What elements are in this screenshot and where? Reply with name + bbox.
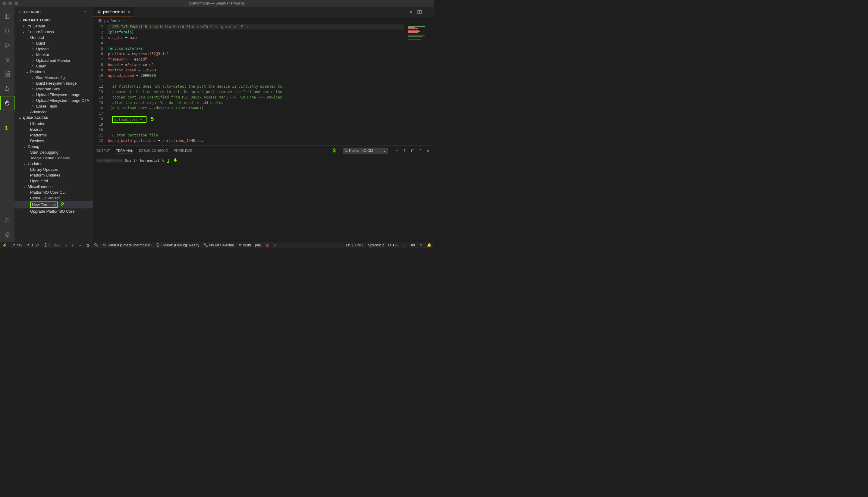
pio-monitor-icon[interactable]: 🔌 [94,243,99,247]
qa-debug[interactable]: ⌄Debug [14,144,93,150]
indentation[interactable]: Spaces: 2 [368,243,384,247]
qa-clone-git[interactable]: Clone Git Project [14,195,93,201]
eol[interactable]: LF [403,243,407,247]
git-sync[interactable]: ⟳0↓ 2↑ [27,243,40,247]
tree-clean[interactable]: ○Clean [14,63,93,69]
tree-upload-fs-ota[interactable]: ○Upload Filesystem Image OTA [14,98,93,103]
qa-boards[interactable]: Boards [14,127,93,132]
qa-lib-updates[interactable]: Library Updates [14,167,93,172]
settings-gear-icon[interactable] [0,227,14,242]
kill-terminal-icon[interactable] [410,148,415,153]
terminal-body[interactable]: user@machine Smart-Thermostat % 4 [93,155,434,242]
close-window[interactable] [2,1,6,5]
task-icon: ○ [30,98,35,103]
test-icon[interactable] [0,81,14,96]
tree-monitor[interactable]: ○Monitor [14,52,93,58]
target-all[interactable]: [all] [255,243,261,247]
panel-tab-terminal[interactable]: TERMINAL [116,147,133,154]
qa-upgrade-core[interactable]: Upgrade PlatformIO Core [14,209,93,214]
platformio-icon[interactable] [0,96,14,110]
tree-build-fs[interactable]: ○Build Filesystem Image [14,81,93,86]
qa-devices[interactable]: Devices [14,138,93,144]
tree-upload-fs[interactable]: ○Upload Filesystem Image [14,92,93,98]
section-label: QUICK ACCESS [23,116,48,119]
panel-tab-output[interactable]: OUTPUT [96,147,110,154]
cursor-position[interactable]: Ln 1, Col 1 [346,243,364,247]
search-icon[interactable] [0,24,14,38]
notifications-icon[interactable]: 🔔 [427,243,432,247]
pio-clean-icon[interactable]: 🗑 [86,243,90,247]
debug-target-icon[interactable]: 🐞 [265,243,269,247]
build-status[interactable]: ⚙Build [238,243,251,247]
tree-upload[interactable]: ○Upload [14,46,93,52]
quick-access-section[interactable]: ⌄ QUICK ACCESS [14,115,93,121]
tree-program-size[interactable]: ○Program Size [14,86,93,92]
pio-upload-icon[interactable]: → [78,243,82,247]
tree-build[interactable]: ○Build [14,40,93,46]
accounts-icon[interactable] [0,213,14,227]
compare-icon[interactable] [409,10,414,14]
maximize-window[interactable] [14,1,18,5]
qa-update-all[interactable]: Update All [14,178,93,184]
qa-libraries[interactable]: Libraries [14,121,93,127]
encoding[interactable]: UTF-8 [388,243,398,247]
task-icon: ○ [30,87,35,91]
tree-platform[interactable]: ⌄Platform [14,69,93,75]
minimap[interactable] [404,24,434,145]
tree-menuconfig[interactable]: ○Run Menuconfig [14,75,93,81]
qa-toggle-debug[interactable]: Toggle Debug Console [14,155,93,161]
tree-default[interactable]: ›🗀Default [14,23,93,29]
source-control-icon[interactable] [0,38,14,53]
split-terminal-icon[interactable] [402,148,407,153]
new-terminal-icon[interactable]: ＋ [394,148,399,153]
errors-warnings[interactable]: ⓧ0 ⚠0 [44,243,60,248]
split-editor-icon[interactable] [417,10,422,14]
qa-start-debug[interactable]: Start Debugging [14,150,93,155]
breadcrumb[interactable]: 👾 platformio.ini [93,17,434,24]
feedback-icon[interactable]: ☺ [419,243,423,247]
pio-build-icon[interactable]: ✓ [71,243,74,247]
extensions-icon[interactable] [0,67,14,81]
kit-status[interactable]: 🔧No Kit Selected [204,243,234,247]
window-controls[interactable] [2,1,18,5]
explorer-icon[interactable] [0,9,14,24]
run-icon[interactable]: ▷ [274,243,276,247]
tree-core2foraws[interactable]: ⌄🗀core2foraws [14,29,93,34]
remote-icon[interactable]: ⚡ [2,243,7,247]
sidebar-title: PLATFORMIO [19,10,41,14]
terminal-select[interactable]: 1: PlatformIO CLI ⌄ [343,147,388,154]
maximize-panel-icon[interactable]: ⌃ [418,148,422,153]
terminal-user-host: user@machine [96,158,123,163]
tab-platformio-ini[interactable]: 👾 platformio.ini ✕ [93,6,134,17]
qa-new-terminal[interactable]: New Terminal2 [14,201,93,209]
tree-advanced[interactable]: ›Advanced [14,109,93,115]
cmake-status[interactable]: ⓘCMake: [Debug]: Ready [156,243,199,248]
breadcrumb-file: platformio.ini [104,18,127,23]
qa-pio-core-cli[interactable]: PlatformIO Core CLI [14,189,93,195]
pio-env[interactable]: 🗀Default (Smart-Thermostat) [103,243,152,247]
tree-general[interactable]: ⌄General [14,34,93,40]
editor-content[interactable]: 12345678910111213141516171819202122 ; AW… [93,24,434,145]
code[interactable]: ; AWS IoT EduKit Blinky Hello World Plat… [108,24,404,145]
wrench-icon: 🔧 [204,243,208,247]
panel-actions: ＋ ⌃ ✕ [394,148,430,153]
qa-platforms[interactable]: Platforms [14,132,93,138]
panel-tab-debug[interactable]: DEBUG CONSOLE [139,147,168,154]
run-debug-icon[interactable] [0,53,14,67]
qa-updates[interactable]: ⌄Updates [14,161,93,167]
qa-misc[interactable]: ⌄Miscellaneous [14,184,93,189]
task-icon: ○ [30,47,35,51]
tree-upload-monitor[interactable]: ○Upload and Monitor [14,58,93,63]
qa-plat-updates[interactable]: Platform Updates [14,172,93,178]
language-mode[interactable]: Ini [411,243,415,247]
git-branch[interactable]: ⎇dev [11,243,22,247]
minimize-window[interactable] [9,1,12,5]
more-actions-icon[interactable]: ⋯ [425,10,430,14]
pio-home-icon[interactable]: ⌂ [65,243,67,247]
tree-erase-flash[interactable]: ○Erase Flash [14,103,93,109]
more-icon[interactable]: ⋯ [83,10,88,14]
close-icon[interactable]: ✕ [127,10,130,14]
close-panel-icon[interactable]: ✕ [425,148,430,153]
panel-tab-problems[interactable]: PROBLEMS [174,147,192,154]
project-tasks-section[interactable]: ⌄ PROJECT TASKS [14,17,93,23]
